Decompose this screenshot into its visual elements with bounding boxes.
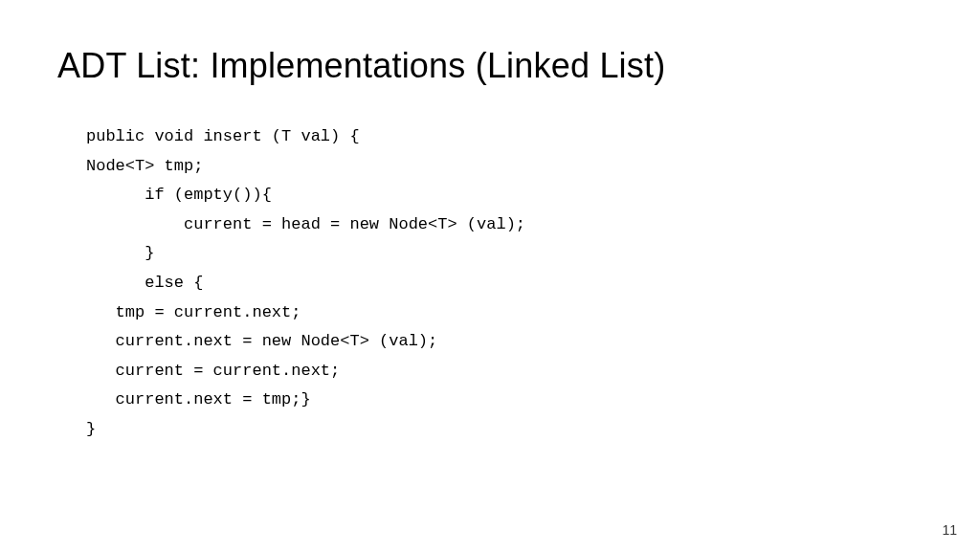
code-line: current.next = new Node<T> (val);: [86, 327, 923, 357]
code-line: current = head = new Node<T> (val);: [86, 210, 923, 240]
code-line: else {: [86, 269, 923, 298]
code-line: tmp = current.next;: [86, 298, 923, 328]
code-line: }: [86, 239, 923, 269]
page-number: 11: [942, 522, 957, 538]
slide-container: ADT List: Implementations (Linked List) …: [0, 0, 980, 551]
slide-title: ADT List: Implementations (Linked List): [57, 46, 923, 86]
code-line: }: [86, 415, 923, 445]
code-line: current = current.next;: [86, 357, 923, 386]
code-block: public void insert (T val) { Node<T> tmp…: [57, 122, 923, 445]
code-line: Node<T> tmp;: [86, 152, 923, 182]
code-line: if (empty()){: [86, 181, 923, 210]
code-line: current.next = tmp;}: [86, 386, 923, 415]
code-line: public void insert (T val) {: [86, 122, 923, 152]
